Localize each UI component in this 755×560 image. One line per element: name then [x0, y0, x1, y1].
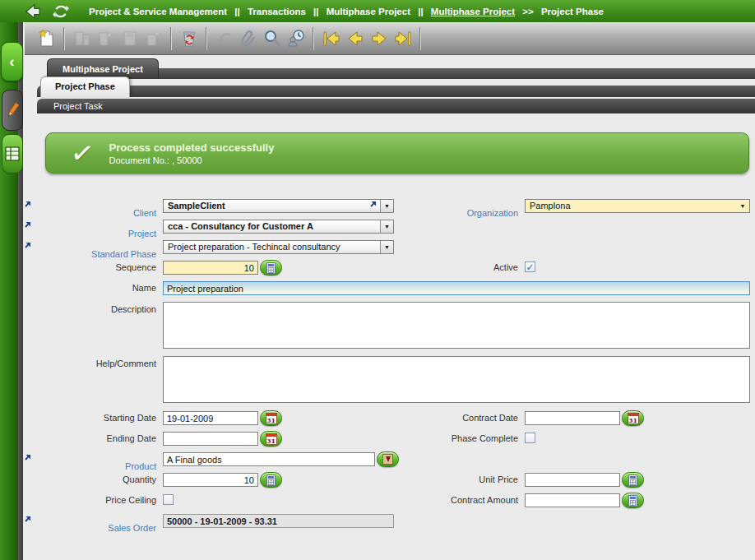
breadcrumb-separator: ||	[418, 7, 423, 16]
save-and-return-button	[71, 26, 93, 50]
breadcrumb-item: Transactions	[248, 7, 306, 16]
calendar-icon: 31	[266, 413, 277, 424]
organization-label[interactable]: Organization	[370, 199, 518, 218]
tab-bar-level1	[155, 68, 755, 79]
chevron-down-icon: ▼	[736, 200, 749, 212]
sales-order-label[interactable]: Sales Order	[25, 514, 156, 533]
project-select[interactable]: cca - Consultancy for Customer A ▼	[163, 220, 394, 234]
grid-mode-tab[interactable]	[2, 134, 23, 174]
unit-price-label: Unit Price	[370, 473, 518, 484]
starting-date-input[interactable]	[163, 411, 258, 425]
toolbar-separator	[313, 27, 314, 50]
starting-date-label: Starting Date	[25, 411, 156, 423]
description-textarea[interactable]	[163, 302, 750, 349]
product-input[interactable]	[163, 452, 375, 466]
breadcrumb: Project & Service Management || Transact…	[86, 7, 606, 16]
calendar-icon: 31	[266, 433, 277, 445]
success-message-document-no: Document No.: , 50000	[109, 155, 275, 165]
ending-date-calendar-button[interactable]: 31	[260, 431, 282, 447]
refresh-icon[interactable]	[50, 2, 72, 21]
project-label[interactable]: Project	[25, 220, 156, 238]
standard-phase-select[interactable]: Project preparation - Techincal consulta…	[163, 240, 394, 254]
check-icon: ✓	[526, 263, 534, 271]
save-and-new-button	[95, 26, 117, 50]
quantity-calculator-button[interactable]	[260, 472, 282, 488]
breadcrumb-separator: ||	[234, 7, 239, 16]
breadcrumb-link-multiphase-project[interactable]: Multiphase Project	[431, 7, 515, 16]
quantity-label: Quantity	[25, 473, 156, 484]
calculator-icon	[628, 474, 637, 486]
top-nav-bar: Project & Service Management || Transact…	[0, 0, 755, 22]
save-button	[118, 26, 141, 50]
success-message-title: Process completed successfully	[109, 141, 275, 154]
last-record-button[interactable]	[391, 26, 414, 50]
application-window: Project & Service Management || Transact…	[0, 0, 755, 560]
sequence-label: Sequence	[25, 261, 156, 272]
sales-order-input	[163, 514, 394, 528]
breadcrumb-current: Project Phase	[541, 7, 604, 16]
chevron-down-icon: ▼	[380, 241, 393, 253]
next-record-button[interactable]	[368, 26, 390, 50]
product-selector-icon	[382, 454, 393, 465]
breadcrumb-item: Multiphase Project	[327, 7, 410, 16]
product-label[interactable]: Product	[25, 452, 156, 471]
sequence-input[interactable]	[163, 261, 258, 275]
tab-project-task[interactable]: Project Task	[37, 99, 755, 113]
name-input[interactable]	[163, 281, 750, 295]
form-content: ✓ Process completed successfully Documen…	[25, 113, 755, 560]
success-check-icon: ✓	[68, 135, 96, 171]
organization-select[interactable]: Pamplona ▼	[525, 199, 750, 213]
back-icon[interactable]	[22, 2, 44, 21]
calculator-icon	[266, 262, 276, 274]
contract-amount-label: Contract Amount	[370, 493, 518, 505]
starting-date-calendar-button[interactable]: 31	[260, 410, 282, 426]
tab-project-phase-active[interactable]: Project Phase	[40, 76, 130, 97]
calculator-icon	[628, 495, 637, 507]
ending-date-label: Ending Date	[25, 432, 156, 443]
contract-date-label: Contract Date	[370, 411, 518, 423]
phase-complete-checkbox[interactable]	[525, 433, 535, 443]
contract-amount-calculator-button[interactable]	[622, 493, 644, 508]
ending-date-input[interactable]	[163, 432, 258, 446]
toolbar-separator	[419, 27, 421, 50]
contract-amount-input[interactable]	[525, 493, 620, 507]
edit-mode-tab[interactable]	[2, 90, 23, 131]
contract-date-calendar-button[interactable]: 31	[622, 410, 644, 426]
client-label[interactable]: Client	[25, 199, 156, 218]
description-label: Description	[25, 303, 156, 314]
price-ceiling-checkbox[interactable]	[163, 494, 174, 505]
undo-button	[213, 26, 235, 50]
product-selector-button[interactable]	[377, 451, 399, 467]
save-and-next-button	[142, 26, 164, 50]
tab-bar-level2	[37, 86, 755, 97]
contract-date-input[interactable]	[525, 411, 620, 425]
toolbar-separator	[206, 27, 207, 50]
active-label: Active	[370, 261, 518, 272]
standard-phase-label[interactable]: Standard Phase	[25, 240, 156, 259]
search-icon[interactable]	[261, 26, 283, 50]
unit-price-input[interactable]	[525, 473, 620, 487]
quantity-input[interactable]	[163, 473, 258, 487]
previous-record-button[interactable]	[344, 26, 366, 50]
first-record-button[interactable]	[320, 26, 342, 50]
breadcrumb-separator: >>	[522, 7, 533, 16]
chevron-left-icon: ‹	[9, 53, 14, 71]
help-comment-textarea[interactable]	[163, 356, 750, 403]
client-select[interactable]: SampleClient ▼	[163, 199, 394, 213]
breadcrumb-separator: ||	[313, 7, 318, 16]
phase-complete-label: Phase Complete	[370, 432, 518, 443]
collapse-sidebar-button[interactable]: ‹	[1, 42, 23, 81]
active-checkbox[interactable]: ✓	[525, 261, 535, 272]
calendar-icon: 31	[628, 413, 639, 424]
success-message-box: ✓ Process completed successfully Documen…	[45, 132, 749, 174]
grid-icon	[5, 146, 20, 161]
audit-trail-button[interactable]	[285, 26, 307, 50]
unit-price-calculator-button[interactable]	[622, 472, 644, 488]
price-ceiling-label: Price Ceiling	[25, 493, 156, 505]
attachment-button[interactable]	[237, 26, 259, 50]
sequence-calculator-button[interactable]	[260, 260, 282, 275]
chevron-down-icon: ▼	[380, 220, 393, 233]
delete-button[interactable]	[178, 26, 200, 50]
help-comment-label: Help/Comment	[25, 357, 156, 368]
new-record-button[interactable]	[35, 26, 58, 50]
